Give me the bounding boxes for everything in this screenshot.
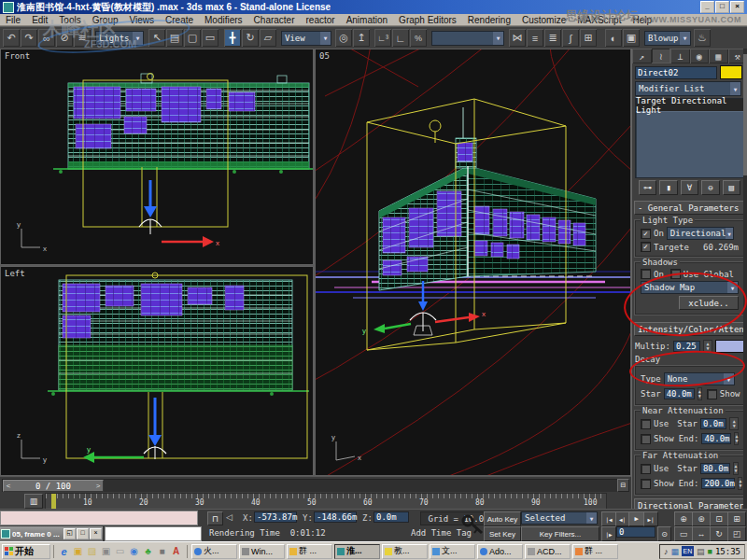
light-color-picker-swatch[interactable]: [715, 340, 744, 353]
select-rotate-button[interactable]: ↻: [242, 29, 259, 47]
z-coordinate-field[interactable]: 0.0m: [374, 511, 409, 523]
network-icon[interactable]: ▦: [670, 547, 679, 556]
viewport-05-label[interactable]: 05: [319, 51, 330, 61]
key-mode-dropdown[interactable]: Selected ▼: [521, 511, 598, 525]
tab-motion-icon[interactable]: ◉: [690, 49, 710, 63]
trackbar-ruler[interactable]: 10 20 30 40 50 60 70 80 90 100: [45, 493, 607, 510]
current-frame-field[interactable]: 0: [616, 526, 655, 538]
quicklaunch-app4-icon[interactable]: ▣: [99, 546, 113, 556]
unlink-button[interactable]: ⊘: [56, 29, 73, 47]
go-to-end-button[interactable]: ▶|: [643, 511, 658, 526]
render-scene-button[interactable]: ▣: [623, 29, 640, 47]
quicklaunch-app2-icon[interactable]: ▣: [71, 546, 85, 556]
near-use-checkbox[interactable]: [641, 419, 651, 429]
menu-modifiers[interactable]: Modifiers: [199, 15, 248, 25]
shadows-on-checkbox[interactable]: [641, 269, 651, 279]
front-viewport-canvas[interactable]: x y x: [1, 49, 314, 265]
quicklaunch-flower-icon[interactable]: ♣: [141, 546, 155, 556]
use-pivot-center-button[interactable]: ◎: [335, 29, 352, 47]
select-scale-button[interactable]: ▱: [260, 29, 276, 47]
select-object-button[interactable]: ↖: [148, 29, 165, 47]
zoom-extents-button[interactable]: ⊡: [710, 511, 728, 526]
left-move-gizmo[interactable]: y: [83, 398, 166, 463]
input-method-icon[interactable]: ▤: [697, 547, 705, 556]
selection-lock-toggle[interactable]: ⊓: [207, 511, 223, 525]
make-unique-button[interactable]: ∀: [681, 180, 698, 195]
set-key-button[interactable]: Set Key: [484, 526, 521, 541]
near-start-spinner[interactable]: ▲▼: [729, 417, 739, 430]
render-window-restore-button[interactable]: ◱: [63, 528, 76, 539]
menu-graph-editors[interactable]: Graph Editors: [393, 15, 462, 25]
x-coordinate-field[interactable]: -573.87m: [254, 511, 297, 523]
key-filters-button[interactable]: Key Filters...: [521, 526, 599, 541]
menu-group[interactable]: Group: [87, 15, 124, 25]
language-indicator[interactable]: EN: [682, 546, 694, 556]
viewport-left[interactable]: Left: [0, 266, 314, 476]
quicklaunch-cube-icon[interactable]: ■: [155, 546, 169, 556]
tab-modify-icon[interactable]: ≀: [652, 49, 671, 63]
tab-hierarchy-icon[interactable]: ⊥: [670, 49, 690, 63]
listener-pane[interactable]: [105, 526, 202, 541]
panel-scrollbar[interactable]: [743, 49, 747, 509]
mini-curve-editor-button[interactable]: ▥: [24, 494, 43, 509]
clock[interactable]: 15:35: [715, 547, 740, 556]
time-configuration-button[interactable]: ⊙: [657, 526, 671, 541]
near-show-checkbox[interactable]: [641, 434, 651, 444]
front-move-gizmo[interactable]: x: [139, 180, 219, 247]
redo-button[interactable]: ↷: [21, 29, 37, 47]
multiplier-field[interactable]: 0.25: [673, 341, 700, 352]
task-button-huo[interactable]: 火...: [191, 544, 237, 559]
menu-reactor[interactable]: reactor: [301, 15, 341, 25]
percent-snap-button[interactable]: %: [410, 29, 427, 47]
left-viewport-canvas[interactable]: y z y: [1, 267, 314, 476]
link-button[interactable]: ∞: [38, 29, 55, 47]
far-show-checkbox[interactable]: [641, 479, 651, 489]
time-slider-handle[interactable]: < 0 / 100 >: [3, 480, 104, 492]
menu-help[interactable]: Help: [627, 15, 657, 25]
pan-button[interactable]: ↔: [692, 526, 711, 541]
y-coordinate-field[interactable]: -148.66m: [314, 511, 357, 523]
auto-key-button[interactable]: Auto Key: [484, 511, 521, 526]
go-to-start-button[interactable]: |◀: [601, 511, 616, 526]
stack-item-selected[interactable]: Target Directional Light: [636, 99, 743, 112]
menu-customize[interactable]: Customize: [516, 15, 571, 25]
persp-viewport-canvas[interactable]: x y y x: [316, 49, 631, 476]
viewport-front-label[interactable]: Front: [5, 51, 30, 61]
curve-editor-button[interactable]: ∫: [562, 29, 579, 47]
far-start-field[interactable]: 80.0m: [700, 463, 730, 474]
render-window-maximize-button[interactable]: □: [77, 528, 89, 539]
zoom-all-button[interactable]: ⊛: [692, 511, 711, 526]
slider-prev-frame-arrow[interactable]: <: [4, 482, 13, 490]
light-type-dropdown[interactable]: Directional ▼: [667, 227, 734, 240]
far-end-field[interactable]: 200.0m: [701, 478, 735, 489]
selection-filter-dropdown[interactable]: Lights ▼: [95, 31, 144, 46]
task-button-acdsee[interactable]: ACD...: [525, 544, 571, 559]
start-button[interactable]: 开始: [2, 544, 50, 559]
object-name-field[interactable]: Direct02: [635, 66, 717, 79]
quicklaunch-acdsee-icon[interactable]: A: [169, 546, 183, 556]
tab-display-icon[interactable]: ▦: [709, 49, 728, 63]
time-slider-track[interactable]: < 0 / 100 >: [2, 479, 620, 493]
task-button-jiao[interactable]: 教...: [382, 544, 428, 559]
window-crossing-button[interactable]: ▭: [202, 29, 218, 47]
previous-frame-button[interactable]: ◀|: [615, 511, 629, 526]
rollout-intensity-color-attenuation[interactable]: Intensity/Color/Attenuati: [634, 322, 745, 336]
task-button-adobe[interactable]: Ado...: [477, 544, 523, 559]
targeted-checkbox[interactable]: ✓: [641, 242, 651, 252]
quicklaunch-ie-icon[interactable]: e: [57, 546, 71, 557]
reference-coordinate-dropdown[interactable]: View ▼: [281, 31, 331, 46]
use-global-checkbox[interactable]: [670, 269, 681, 279]
far-start-spinner[interactable]: ▲▼: [733, 462, 739, 475]
task-button-qun1[interactable]: 群 ...: [287, 544, 332, 559]
quicklaunch-app5-icon[interactable]: ▭: [113, 546, 127, 556]
arc-rotate-button[interactable]: ↻: [710, 526, 728, 541]
multiplier-spinner[interactable]: ▲▼: [703, 340, 713, 353]
decay-type-dropdown[interactable]: None ▼: [664, 372, 735, 385]
viewport-front[interactable]: Front: [0, 49, 314, 265]
decay-show-checkbox[interactable]: [707, 389, 717, 399]
task-button-win[interactable]: Win...: [239, 544, 285, 559]
schematic-view-button[interactable]: ⊞: [580, 29, 597, 47]
quicklaunch-player-icon[interactable]: ◉: [127, 546, 141, 556]
volume-icon[interactable]: ♪: [664, 547, 669, 556]
render-window-close-button[interactable]: ×: [90, 528, 102, 539]
